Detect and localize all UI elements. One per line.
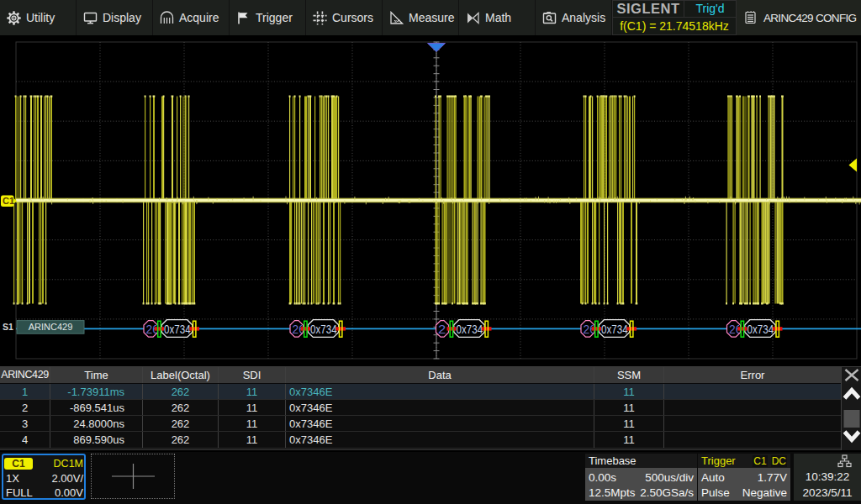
svg-text:0x734: 0x734 — [310, 322, 337, 336]
svg-text:0x734: 0x734 — [457, 322, 483, 336]
svg-text:S1: S1 — [3, 322, 13, 332]
svg-text:0x734: 0x734 — [747, 322, 774, 336]
svg-text:0x734: 0x734 — [601, 322, 628, 336]
svg-text:ARINC429: ARINC429 — [29, 322, 73, 332]
svg-text:C1: C1 — [3, 196, 14, 206]
svg-text:0x734: 0x734 — [164, 322, 191, 336]
